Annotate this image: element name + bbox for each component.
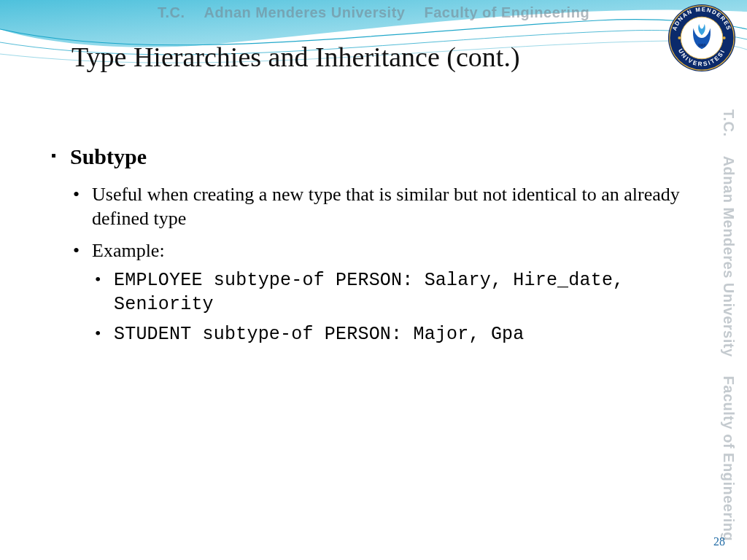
side-university: Adnan Menderes University (720, 156, 737, 357)
bullet-text: Useful when creating a new type that is … (92, 184, 680, 229)
header-watermark: T.C. Adnan Menderes University Faculty o… (0, 4, 747, 21)
university-logo: ADNAN MENDERES UNIVERSITESI 1992 (667, 3, 737, 73)
bullet-level1: Subtype Useful when creating a new type … (51, 144, 696, 346)
slide: T.C. Adnan Menderes University Faculty o… (0, 0, 747, 560)
svg-text:1992: 1992 (698, 44, 706, 47)
svg-point-7 (723, 36, 726, 39)
side-watermark: T.C. Adnan Menderes University Faculty o… (719, 102, 741, 510)
bullet-text: EMPLOYEE subtype-of PERSON: Salary, Hire… (114, 270, 624, 315)
header-faculty: Faculty of Engineering (425, 4, 590, 21)
page-number: 28 (713, 535, 725, 548)
bullet-text: Example: (92, 240, 165, 261)
side-faculty: Faculty of Engineering (720, 376, 737, 542)
header-university: Adnan Menderes University (204, 4, 406, 21)
bullet-level3-code: STUDENT subtype-of PERSON: Major, Gpa (92, 322, 696, 346)
slide-title: Type Hierarchies and Inheritance (cont.) (71, 41, 520, 73)
svg-point-6 (678, 36, 681, 39)
content-area: Subtype Useful when creating a new type … (51, 144, 696, 357)
bullet-text: Subtype (70, 144, 147, 168)
bullet-level2: Example: EMPLOYEE subtype-of PERSON: Sal… (70, 238, 696, 346)
header-tc: T.C. (158, 4, 185, 21)
bullet-level2: Useful when creating a new type that is … (70, 182, 696, 231)
bullet-text: STUDENT subtype-of PERSON: Major, Gpa (114, 324, 525, 345)
bullet-level3-code: EMPLOYEE subtype-of PERSON: Salary, Hire… (92, 268, 696, 316)
side-tc: T.C. (720, 109, 737, 137)
